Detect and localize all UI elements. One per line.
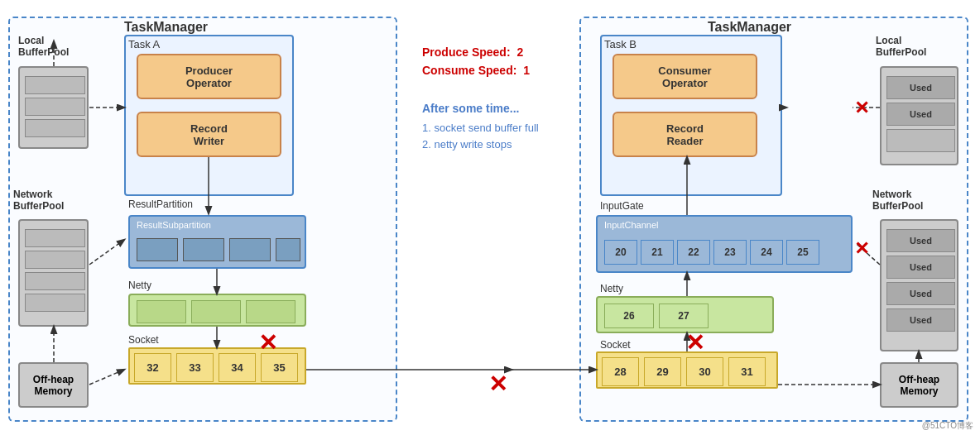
right-network-used-0: Used xyxy=(886,229,955,252)
x-mark-right-network: ✕ xyxy=(854,238,869,260)
x-mark-right-socket: ✕ xyxy=(685,329,704,356)
left-producer-operator: Producer Operator xyxy=(137,54,281,99)
right-socket-cell-3: 31 xyxy=(728,357,766,386)
left-result-partition-label: ResultPartition xyxy=(128,198,193,210)
ic-cell-0: 20 xyxy=(604,240,637,265)
left-socket-cell-0: 32 xyxy=(134,353,171,382)
right-task-label: Task B xyxy=(604,38,637,50)
right-local-used-0: Used xyxy=(886,76,955,99)
left-socket-cell-1: 33 xyxy=(176,353,214,382)
after-item-0: 1. socket send buffer full xyxy=(422,122,539,134)
right-local-pool: Used Used xyxy=(880,66,958,165)
netty-cell-0: 26 xyxy=(604,304,654,328)
right-network-used-3: Used xyxy=(886,308,955,332)
netty-cell-1: 27 xyxy=(659,304,709,328)
right-inputchannel-label: InputChannel xyxy=(604,220,658,230)
right-local-used-1: Used xyxy=(886,103,955,126)
right-consumer-operator: Consumer Operator xyxy=(612,54,757,99)
x-mark-center: ✕ xyxy=(488,370,507,398)
left-local-pool-label: LocalBufferPool xyxy=(18,35,69,58)
right-inputchannel-box: InputChannel 20 21 22 23 24 25 xyxy=(596,215,853,273)
right-taskmanager-label: TaskManager xyxy=(708,20,791,35)
right-record-reader: Record Reader xyxy=(612,112,757,157)
produce-speed: Produce Speed: 2 xyxy=(422,45,539,59)
right-socket-cell-2: 30 xyxy=(686,357,723,386)
right-network-pool: Used Used Used Used xyxy=(880,219,958,351)
right-offheap: Off-heapMemory xyxy=(880,362,958,408)
left-socket-cell-3: 35 xyxy=(261,353,298,382)
left-netty-box xyxy=(128,294,306,327)
x-mark-left-socket: ✕ xyxy=(258,329,277,356)
left-task-label: Task A xyxy=(128,38,160,50)
left-local-pool xyxy=(18,66,89,149)
ic-cell-3: 23 xyxy=(713,240,747,265)
left-record-writer: Record Writer xyxy=(137,112,281,157)
right-local-pool-label: LocalBufferPool xyxy=(876,35,926,58)
left-netty-label: Netty xyxy=(128,280,151,291)
ic-cell-1: 21 xyxy=(641,240,674,265)
consume-speed: Consume Speed: 1 xyxy=(422,64,539,77)
after-time-label: After some time... xyxy=(422,102,539,115)
ic-cell-4: 24 xyxy=(750,240,783,265)
left-network-pool-label: NetworkBufferPool xyxy=(13,189,64,212)
center-text: Produce Speed: 2 Consume Speed: 1 After … xyxy=(422,45,539,151)
left-result-subpartition: ResultSubpartition xyxy=(128,215,306,269)
ic-cell-5: 25 xyxy=(786,240,819,265)
left-socket-cell-2: 34 xyxy=(219,353,256,382)
right-network-used-2: Used xyxy=(886,282,955,305)
x-mark-right-local: ✕ xyxy=(854,98,869,119)
right-inputgate-label: InputGate xyxy=(600,200,644,212)
left-socket-label: Socket xyxy=(128,334,159,346)
right-socket-row: 28 29 30 31 xyxy=(596,351,778,389)
diagram: TaskManager LocalBufferPool NetworkBuffe… xyxy=(0,0,980,435)
right-socket-cell-1: 29 xyxy=(644,357,681,386)
left-taskmanager-label: TaskManager xyxy=(124,20,208,35)
watermark: @51CTO博客 xyxy=(922,420,973,432)
left-socket-row: 32 33 34 35 xyxy=(128,347,306,385)
left-network-pool xyxy=(18,219,89,327)
right-network-pool-label: NetworkBufferPool xyxy=(872,189,923,212)
left-subpartition-label: ResultSubpartition xyxy=(137,220,211,230)
right-netty-box: 26 27 xyxy=(596,296,774,333)
ic-cell-2: 22 xyxy=(677,240,710,265)
left-offheap: Off-heapMemory xyxy=(18,362,89,408)
right-netty-label: Netty xyxy=(600,283,623,294)
after-item-1: 2. netty write stops xyxy=(422,138,539,151)
right-socket-label: Socket xyxy=(600,339,631,351)
right-network-used-1: Used xyxy=(886,256,955,279)
right-socket-cell-0: 28 xyxy=(602,357,639,386)
